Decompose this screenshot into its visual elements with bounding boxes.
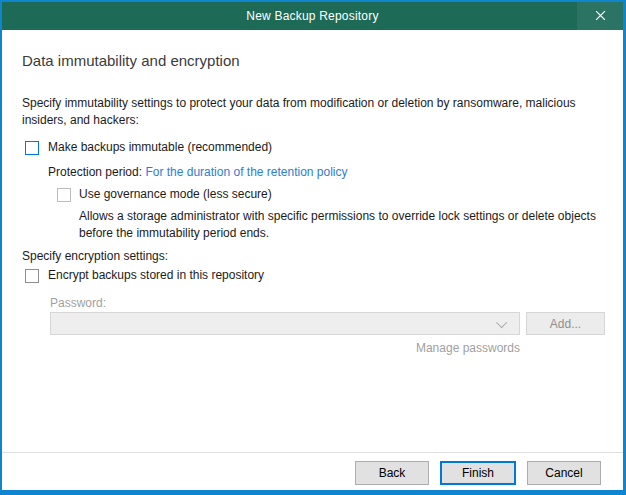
governance-description: Allows a storage administrator with spec… (79, 208, 616, 242)
encrypt-backups-checkbox[interactable] (25, 269, 39, 283)
make-backups-immutable-checkbox[interactable] (25, 141, 39, 155)
make-backups-immutable-label: Make backups immutable (recommended) (48, 140, 272, 154)
password-select (50, 312, 520, 335)
close-button[interactable] (577, 2, 623, 30)
use-governance-mode-checkbox (57, 188, 71, 202)
manage-passwords-link: Manage passwords (50, 341, 520, 355)
chevron-down-icon (496, 316, 507, 327)
finish-button[interactable]: Finish (440, 461, 516, 485)
protection-period-row: Protection period: For the duration of t… (48, 164, 348, 181)
add-password-button: Add... (526, 312, 605, 335)
footer-divider (2, 452, 623, 453)
close-icon (595, 9, 606, 24)
window-title: New Backup Repository (246, 9, 378, 23)
password-label: Password: (50, 295, 106, 312)
protection-period-label: Protection period: (48, 165, 142, 179)
use-governance-mode-label: Use governance mode (less secure) (79, 187, 272, 201)
immutability-intro-text: Specify immutability settings to protect… (22, 95, 604, 129)
protection-period-link[interactable]: For the duration of the retention policy (145, 165, 347, 179)
new-backup-repository-dialog: New Backup Repository Data immutability … (0, 0, 626, 495)
titlebar: New Backup Repository (2, 2, 623, 30)
page-title: Data immutability and encryption (22, 52, 240, 69)
encryption-intro-text: Specify encryption settings: (22, 248, 168, 265)
back-button[interactable]: Back (355, 461, 429, 485)
encrypt-backups-label: Encrypt backups stored in this repositor… (48, 268, 264, 282)
cancel-button[interactable]: Cancel (527, 461, 601, 485)
